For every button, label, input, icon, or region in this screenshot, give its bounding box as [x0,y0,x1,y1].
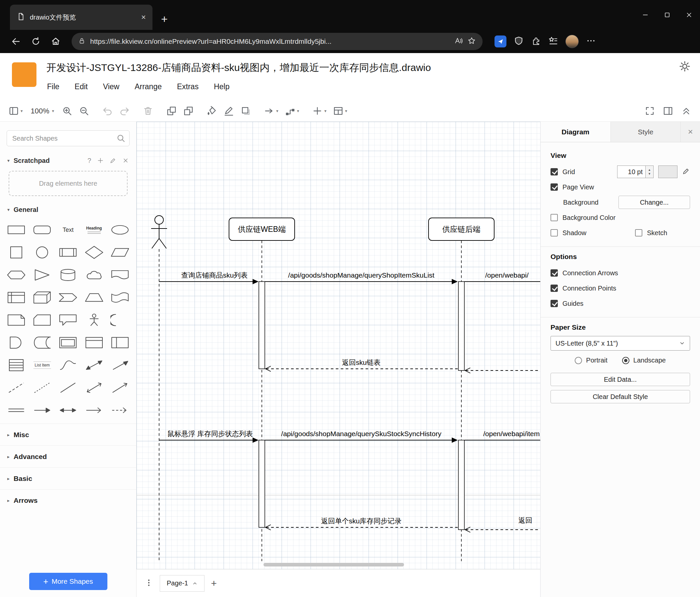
format-panel-icon[interactable] [663,106,673,116]
shape-text[interactable]: Text [55,219,81,240]
change-background-button[interactable]: Change... [619,196,690,209]
scratchpad-header[interactable]: ▾ Scratchpad ? [0,151,136,169]
section-misc[interactable]: ▸Misc [0,424,136,446]
participant-web[interactable]: 供应链WEB端 [229,218,295,240]
scratchpad-edit-icon[interactable] [110,157,116,164]
grid-size-stepper[interactable]: ▲▼ [646,166,654,178]
maximize-icon[interactable] [656,0,678,30]
grid-color-swatch[interactable] [658,166,677,178]
more-menu-icon[interactable] [586,36,596,47]
refresh-icon[interactable] [27,33,44,50]
more-shapes-button[interactable]: +More Shapes [29,573,107,590]
fullscreen-icon[interactable] [645,106,655,116]
back-icon[interactable] [7,33,25,50]
shape-trapezoid[interactable] [81,287,107,308]
menu-extras[interactable]: Extras [177,82,199,91]
paper-size-select[interactable]: US-Letter (8,5" x 11") [551,336,690,351]
new-tab-button[interactable]: + [161,13,168,25]
shape-note[interactable] [3,309,29,331]
line-color-icon[interactable] [224,106,234,116]
participant-backend[interactable]: 供应链后端 [429,218,494,240]
section-advanced[interactable]: ▸Advanced [0,446,136,467]
to-front-icon[interactable] [166,106,177,116]
shape-heading[interactable]: Heading [81,219,107,240]
connection-icon[interactable]: ▾ [264,106,278,116]
shape-directional-link[interactable] [29,400,55,421]
shape-bidirectional-connector[interactable] [81,377,107,398]
lifelines[interactable] [159,240,461,561]
grid-size-input[interactable]: 10 pt ▲▼ [617,166,654,178]
guides-checkbox[interactable] [551,300,558,307]
shape-curve[interactable] [55,355,81,376]
read-aloud-icon[interactable] [454,37,463,46]
message-labels[interactable]: 查询店铺商品sku列表 /api/goods/shopManage/queryS… [167,271,540,525]
clear-default-style-button[interactable]: Clear Default Style [551,390,690,403]
shape-hexagon[interactable] [3,264,29,286]
portrait-radio[interactable] [575,357,582,364]
actor-figure[interactable] [151,216,167,248]
waypoints-icon[interactable]: ▾ [285,106,299,116]
diagram-canvas[interactable]: 供应链WEB端 供应链后端 查询店铺商品sku列表 /api/goods/sho… [136,122,540,569]
connection-points-checkbox[interactable] [551,285,558,292]
sketch-checkbox[interactable] [635,229,642,237]
shape-line[interactable] [55,377,81,398]
shape-bidirectional-link[interactable] [55,400,81,421]
url-text[interactable]: https://file.kkview.cn/onlinePreview?url… [90,38,449,45]
profile-avatar[interactable] [566,35,579,48]
shape-callout[interactable] [55,309,81,331]
section-arrows[interactable]: ▸Arrows [0,489,136,511]
background-color-checkbox[interactable] [551,214,558,221]
shape-tape[interactable] [107,287,133,308]
menu-arrange[interactable]: Arrange [134,82,162,91]
shape-arrow[interactable] [107,355,133,376]
grid-color-edit-icon[interactable] [682,167,690,177]
shape-circle[interactable] [29,242,55,263]
menu-view[interactable]: View [103,82,119,91]
shape-list[interactable] [3,355,29,376]
undo-icon[interactable] [102,106,113,116]
page-tab[interactable]: Page-1 [160,575,204,592]
shadow-checkbox[interactable] [551,229,558,237]
shape-link[interactable] [3,400,29,421]
shape-directional-connector[interactable] [107,377,133,398]
landscape-option[interactable]: Landscape [622,357,666,364]
pages-menu-icon[interactable] [145,578,153,588]
favorites-bar-icon[interactable] [548,36,558,47]
add-page-icon[interactable]: + [211,578,217,588]
minimize-icon[interactable] [634,0,656,30]
shape-vertical-container[interactable] [81,332,107,353]
extension-icon-shield[interactable] [514,36,524,47]
search-icon[interactable] [116,134,126,144]
landscape-radio[interactable] [622,357,629,364]
shape-bidirectional-arrow[interactable] [81,355,107,376]
scratchpad-help-icon[interactable]: ? [88,157,91,165]
shape-internal-storage[interactable] [3,287,29,308]
shape-rectangle[interactable] [3,219,29,240]
shape-or[interactable] [107,309,133,331]
redo-icon[interactable] [119,106,130,116]
address-bar[interactable]: https://file.kkview.cn/onlinePreview?url… [72,33,482,50]
fill-color-icon[interactable] [207,106,217,116]
zoom-dropdown-icon[interactable]: 100%▾ [31,107,54,115]
section-basic[interactable]: ▸Basic [0,467,136,489]
shape-cube[interactable] [29,287,55,308]
zoom-out-icon[interactable] [79,106,89,116]
connection-arrows-checkbox[interactable] [551,269,558,277]
return-arrows[interactable] [266,366,540,532]
page-view-checkbox[interactable] [551,184,558,191]
shape-dashed-line[interactable] [3,377,29,398]
shape-list-item[interactable]: List Item [29,355,55,376]
scratchpad-add-icon[interactable] [97,157,104,164]
shadow-icon[interactable] [241,106,251,116]
shape-rounded-rectangle[interactable] [29,219,55,240]
shape-parallelogram[interactable] [107,242,133,263]
shape-ellipse[interactable] [107,219,133,240]
browser-tab[interactable]: drawio文件预览 × [10,5,152,30]
horizontal-scrollbar[interactable] [264,563,404,567]
menu-help[interactable]: Help [214,82,229,91]
section-general[interactable]: ▾ General [0,201,136,219]
activation-bars[interactable] [259,282,464,530]
to-back-icon[interactable] [183,106,194,116]
panel-close-icon[interactable]: × [681,122,700,142]
sequence-diagram[interactable]: 供应链WEB端 供应链后端 查询店铺商品sku列表 /api/goods/sho… [136,122,540,569]
